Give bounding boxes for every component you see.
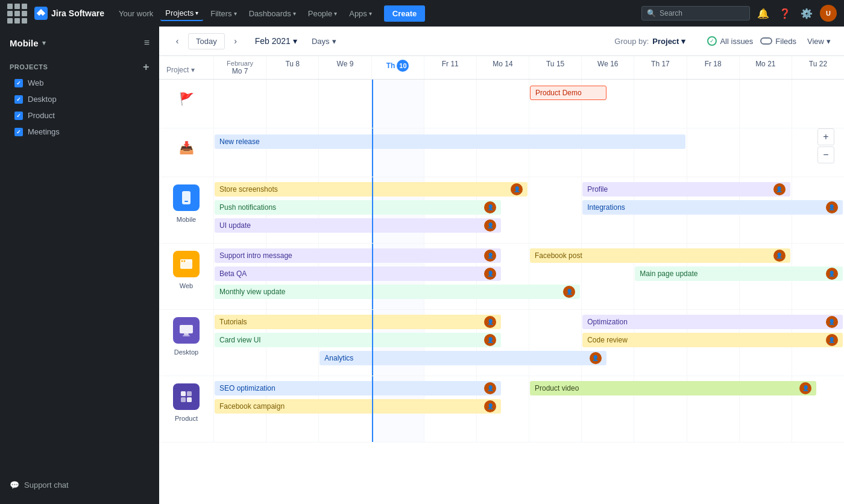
cell: [266, 80, 318, 128]
product-demo-bar[interactable]: Product Demo: [530, 86, 606, 100]
beta-qa-bar[interactable]: Beta QA 👤: [215, 266, 501, 281]
facebook-post-bar[interactable]: Facebook post 👤: [530, 248, 790, 263]
task-avatar: 👤: [484, 250, 496, 262]
filed-filter[interactable]: Fileds: [760, 37, 796, 46]
jira-logo-icon: [34, 7, 48, 20]
calendar-header: Project ▾ February Mo 7 Tu 8: [159, 56, 844, 80]
desktop-project-icon: [173, 317, 200, 344]
task-avatar: 👤: [826, 316, 838, 328]
card-view-bar[interactable]: Card view UI 👤: [215, 333, 501, 347]
workspace-title[interactable]: Mobile ▾: [10, 38, 46, 48]
create-button[interactable]: Create: [384, 5, 425, 22]
help-icon[interactable]: ❓: [776, 5, 793, 22]
oval-icon: [760, 37, 772, 45]
sidebar-item-meetings[interactable]: Meetings: [10, 124, 150, 140]
flag-row: 🚩: [159, 80, 844, 128]
nav-filters[interactable]: Filters ▾: [206, 7, 241, 20]
col-mo21: Mo 21: [739, 56, 792, 79]
product-checkbox[interactable]: [14, 112, 23, 120]
tutorials-bar[interactable]: Tutorials 👤: [215, 315, 501, 329]
user-avatar[interactable]: U: [820, 5, 837, 22]
store-screenshots-bar[interactable]: Store screenshots 👤: [215, 182, 528, 197]
all-issues-filter[interactable]: ✓ All issues: [707, 36, 753, 46]
groupby-value[interactable]: Project ▾: [652, 37, 685, 46]
cell-today: [371, 80, 424, 128]
web-checkbox[interactable]: [14, 79, 23, 87]
zoom-in-button[interactable]: +: [817, 128, 834, 145]
cell: [792, 80, 844, 128]
sidebar-collapse-button[interactable]: ≡: [144, 37, 150, 48]
task-avatar: 👤: [511, 183, 523, 195]
days-select[interactable]: Days ▾: [308, 34, 340, 48]
nav-right: 🔍 Search 🔔 ❓ ⚙️ U: [641, 5, 837, 22]
col-th17: Th 17: [634, 56, 686, 79]
cell: [318, 80, 371, 128]
nav-dashboards[interactable]: Dashboards ▾: [244, 7, 301, 20]
next-button[interactable]: ›: [227, 33, 244, 49]
nav-projects[interactable]: Projects ▾: [160, 6, 203, 21]
main-content: ‹ Today › Feb 2021 ▾ Days ▾ Group by: Pr…: [159, 27, 844, 504]
jira-logo[interactable]: Jira Software: [34, 7, 104, 20]
nav-your-work[interactable]: Your work: [114, 7, 158, 20]
task-avatar: 👤: [484, 334, 496, 346]
web-row-cells: Support intro message 👤 Beta QA 👤 Monthl…: [213, 244, 844, 309]
prev-button[interactable]: ‹: [169, 33, 186, 49]
cell: [687, 128, 739, 177]
desktop-checkbox[interactable]: [14, 95, 23, 104]
toolbar-right: ✓ All issues Fileds View ▾: [707, 34, 834, 48]
sidebar-item-web[interactable]: Web: [10, 75, 150, 91]
seo-optimization-bar[interactable]: SEO optimization 👤: [215, 381, 501, 395]
monthly-view-bar[interactable]: Monthly view update 👤: [215, 285, 580, 299]
sidebar-item-product[interactable]: Product: [10, 107, 150, 124]
today-button[interactable]: Today: [188, 33, 225, 49]
add-project-button[interactable]: +: [143, 61, 150, 72]
main-page-update-bar[interactable]: Main page update 👤: [635, 266, 843, 281]
facebook-campaign-bar[interactable]: Facebook campaign 👤: [215, 399, 501, 414]
ui-update-bar[interactable]: UI update 👤: [215, 218, 501, 233]
notifications-icon[interactable]: 🔔: [755, 5, 772, 22]
svg-rect-1: [182, 191, 191, 204]
profile-bar[interactable]: Profile 👤: [582, 182, 790, 197]
settings-icon[interactable]: ⚙️: [798, 5, 815, 22]
support-chat[interactable]: 💬 Support chat: [0, 473, 159, 497]
code-review-bar[interactable]: Code review 👤: [582, 333, 843, 347]
meetings-checkbox[interactable]: [14, 128, 23, 136]
support-intro-bar[interactable]: Support intro message 👤: [215, 248, 501, 263]
svg-rect-11: [187, 391, 192, 396]
cell: [529, 177, 581, 243]
col-fr11: Fr 11: [424, 56, 476, 79]
optimization-bar[interactable]: Optimization 👤: [582, 315, 843, 329]
product-row: Product: [159, 376, 844, 443]
dashboards-chevron-icon: ▾: [293, 10, 296, 17]
mobile-row-cells: Store screenshots 👤 Push notifications 👤…: [213, 177, 844, 243]
sidebar-header: Mobile ▾ ≡: [0, 34, 159, 57]
zoom-out-button[interactable]: −: [817, 146, 834, 163]
search-box[interactable]: 🔍 Search: [641, 6, 750, 20]
flag-icon: 🚩: [179, 92, 194, 106]
task-avatar: 👤: [484, 219, 496, 232]
date-select[interactable]: Feb 2021 ▾: [251, 34, 301, 48]
product-project-icon: [173, 383, 200, 410]
zoom-controls: + −: [817, 128, 834, 163]
nav-apps[interactable]: Apps ▾: [344, 7, 377, 20]
sidebar-item-desktop[interactable]: Desktop: [10, 91, 150, 107]
push-notifications-bar[interactable]: Push notifications 👤: [215, 200, 501, 215]
mobile-project-name: Mobile: [177, 216, 196, 223]
apps-grid-icon[interactable]: [7, 4, 27, 24]
nav-people[interactable]: People ▾: [303, 7, 342, 20]
calendar-body: 🚩: [159, 80, 844, 443]
analytics-bar[interactable]: Analytics 👤: [320, 351, 606, 365]
new-release-bar[interactable]: New release: [215, 134, 685, 149]
col-tu15: Tu 15: [529, 56, 581, 79]
mobile-row: Mobile: [159, 177, 844, 244]
product-video-bar[interactable]: Product video 👤: [530, 381, 816, 395]
cell: [739, 128, 792, 177]
svg-rect-12: [181, 397, 186, 402]
view-button[interactable]: View ▾: [804, 34, 834, 48]
apps-chevron-icon: ▾: [369, 10, 372, 17]
col-tu8: Tu 8: [266, 56, 318, 79]
cell: [213, 80, 266, 128]
integrations-bar[interactable]: Integrations 👤: [582, 200, 843, 215]
search-placeholder: Search: [660, 9, 745, 17]
flag-row-icon: 🚩: [159, 80, 213, 128]
